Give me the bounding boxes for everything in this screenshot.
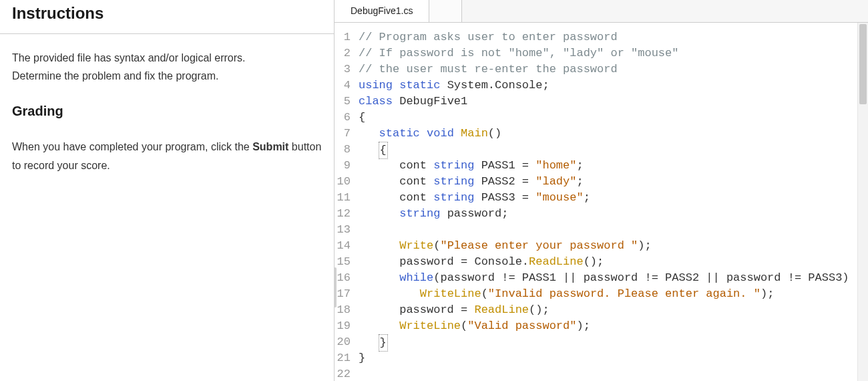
code-line[interactable]: // the user must re-enter the password [359,61,868,78]
line-number: 3 [335,61,351,78]
split-handle[interactable] [334,267,337,307]
line-number: 5 [335,94,351,110]
instructions-line2: Determine the problem and fix the progra… [12,70,218,82]
line-number: 19 [335,318,351,334]
code-line[interactable]: } [359,334,868,350]
line-number: 12 [335,206,351,222]
vertical-scrollbar[interactable] [857,23,868,381]
line-number: 10 [335,174,351,190]
line-number: 9 [335,158,351,174]
line-number: 6 [335,110,351,126]
code-line[interactable]: static void Main() [359,126,868,142]
code-line[interactable]: // Program asks user to enter password [359,29,868,45]
code-line[interactable]: WriteLine("Valid password"); [359,318,868,334]
editor-tabbar: DebugFive1.cs [335,0,868,23]
code-editor[interactable]: 12345678910111213141516171819202122 // P… [335,23,868,381]
line-number: 14 [335,238,351,254]
code-line[interactable]: { [359,142,868,158]
instructions-panel: Instructions The provided file has synta… [0,0,334,381]
line-number: 22 [335,366,351,381]
editor-panel: DebugFive1.cs 12345678910111213141516171… [334,0,868,381]
code-line[interactable]: WriteLine("Invalid password. Please ente… [359,286,868,302]
code-line[interactable]: } [359,350,868,366]
code-line[interactable]: while(password != PASS1 || password != P… [359,270,868,286]
line-number: 7 [335,126,351,142]
line-number: 11 [335,190,351,206]
code-line[interactable] [359,222,868,238]
line-number: 1 [335,29,351,45]
scroll-thumb[interactable] [859,24,867,104]
line-number: 17 [335,286,351,302]
code-line[interactable]: class DebugFive1 [359,94,868,110]
code-line[interactable]: string password; [359,206,868,222]
line-number: 2 [335,45,351,61]
line-number: 4 [335,78,351,94]
code-line[interactable]: cont string PASS2 = "lady"; [359,174,868,190]
line-number: 18 [335,302,351,318]
instructions-heading: Instructions [0,0,334,33]
file-tab-label: DebugFive1.cs [351,5,413,16]
line-number: 13 [335,222,351,238]
line-number: 20 [335,334,351,350]
grading-heading: Grading [0,89,334,123]
code-line[interactable]: password = ReadLine(); [359,302,868,318]
submit-label: Submit [252,141,288,152]
line-number-gutter: 12345678910111213141516171819202122 [335,23,355,381]
code-line[interactable]: // If password is not "home", "lady" or … [359,45,868,61]
line-number: 15 [335,254,351,270]
new-tab-button[interactable] [429,0,462,22]
line-number: 8 [335,142,351,158]
grading-line1: When you have completed your program, cl… [12,141,252,152]
code-line[interactable] [359,366,868,381]
line-number: 21 [335,350,351,366]
code-line[interactable]: cont string PASS3 = "mouse"; [359,190,868,206]
code-line[interactable]: using static System.Console; [359,78,868,94]
grading-text: When you have completed your program, cl… [0,123,334,178]
code-line[interactable]: password = Console.ReadLine(); [359,254,868,270]
file-tab[interactable]: DebugFive1.cs [335,0,429,22]
instructions-text: The provided file has syntax and/or logi… [0,34,334,89]
app-root: Instructions The provided file has synta… [0,0,868,381]
code-area[interactable]: // Program asks user to enter password//… [355,23,868,381]
code-line[interactable]: { [359,110,868,126]
line-number: 16 [335,270,351,286]
instructions-line1: The provided file has syntax and/or logi… [12,52,246,64]
code-line[interactable]: Write("Please enter your password "); [359,238,868,254]
code-line[interactable]: cont string PASS1 = "home"; [359,158,868,174]
